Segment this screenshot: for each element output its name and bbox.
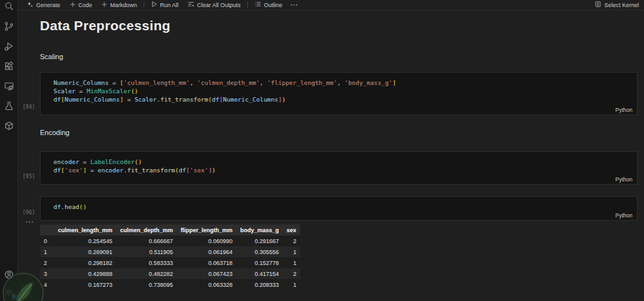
extensions-icon[interactable] xyxy=(4,61,14,71)
source-control-icon[interactable] xyxy=(4,21,14,32)
table-cell: 1 xyxy=(40,246,54,257)
table-cell: 2 xyxy=(283,268,300,279)
table-cell: 0.738095 xyxy=(117,279,177,290)
table-cell: 0.429888 xyxy=(54,268,117,279)
dataframe-output-table: culmen_length_mmculmen_depth_mmflipper_l… xyxy=(40,224,300,290)
table-column-header: sex xyxy=(283,224,300,235)
table-cell: 0.063328 xyxy=(177,279,237,290)
plus-icon xyxy=(70,1,76,9)
execution-count: [94] xyxy=(23,104,38,110)
table-column-header: culmen_length_mm xyxy=(54,224,117,235)
activity-bar: 1 xyxy=(0,0,18,301)
search-icon[interactable] xyxy=(4,1,14,12)
run-all-icon xyxy=(151,1,158,9)
output-more-actions[interactable]: ··· xyxy=(26,219,34,226)
code-line: df['sex'] = encoder.fit_transform(df['se… xyxy=(53,166,637,174)
generate-button[interactable]: Generate xyxy=(22,1,65,10)
code-cell-encoding[interactable]: [95] encoder = LabelEncoder()df['sex'] =… xyxy=(40,151,638,185)
execution-count: [95] xyxy=(23,174,38,179)
remote-explorer-icon[interactable] xyxy=(4,81,14,91)
code-cell-head[interactable]: [96] df.head() Python xyxy=(40,196,638,221)
clear-all-outputs-icon xyxy=(187,1,194,9)
code-line: encoder = LabelEncoder() xyxy=(53,158,637,166)
markdown-title: Data Preprocessing xyxy=(40,18,171,33)
plus-icon xyxy=(101,1,108,9)
add-markdown-cell-button[interactable]: Markdown xyxy=(97,1,142,10)
add-code-cell-button[interactable]: Code xyxy=(65,1,97,10)
table-cell: 2 xyxy=(40,257,54,268)
kernel-icon xyxy=(594,1,601,9)
table-cell: 0.583333 xyxy=(117,257,177,268)
table-cell: 0.208333 xyxy=(236,279,283,290)
notebook-editor: Data Preprocessing Scaling [94] Numeric_… xyxy=(18,10,644,301)
cell-language-picker[interactable]: Python xyxy=(616,212,632,219)
execution-count: [96] xyxy=(23,210,38,215)
account-icon[interactable] xyxy=(4,269,14,280)
markdown-heading-encoding: Encoding xyxy=(40,129,70,136)
toolbar-separator xyxy=(247,2,248,8)
code-line: Scaler = MinMaxScaler() xyxy=(53,87,637,95)
settings-gear-icon[interactable]: 1 xyxy=(4,287,14,297)
table-cell: 1 xyxy=(283,246,300,257)
notebook-toolbar: Generate Code Markdown Run All Clear All… xyxy=(18,0,644,10)
table-cell: 0.061964 xyxy=(177,246,237,257)
table-row: 40.1672730.7380950.0633280.2083331 xyxy=(40,279,300,290)
table-column-header: culmen_depth_mm xyxy=(117,224,177,235)
table-cell: 0.152778 xyxy=(236,257,283,268)
table-cell: 0.167273 xyxy=(54,279,117,290)
code-line: df[Numeric_Columns] = Scaler.fit_transfo… xyxy=(53,95,637,104)
table-row: 20.2981820.5833330.0637180.1527781 xyxy=(40,257,300,268)
table-row: 30.4298880.4822820.0674230.4171542 xyxy=(40,268,300,279)
table-cell: 0.511905 xyxy=(117,246,177,257)
testing-beaker-icon[interactable] xyxy=(4,101,14,111)
table-cell: 1 xyxy=(283,279,300,290)
cell-language-picker[interactable]: Python xyxy=(616,107,632,113)
code-line: df.head() xyxy=(53,203,637,211)
table-cell: 0.417154 xyxy=(236,268,283,279)
table-cell: 3 xyxy=(40,268,54,279)
table-cell: 0.305556 xyxy=(236,246,283,257)
table-row: 00.2545450.6666670.0609900.2916672 xyxy=(40,235,300,246)
code-line: Numeric_Columns = ['culmen_length_mm', '… xyxy=(53,78,637,87)
run-all-button[interactable]: Run All xyxy=(146,1,184,10)
code-editor[interactable]: encoder = LabelEncoder()df['sex'] = enco… xyxy=(53,158,637,174)
outline-list-icon xyxy=(254,1,261,9)
outline-button[interactable]: Outline xyxy=(250,1,287,10)
table-cell: 0.254545 xyxy=(54,235,117,246)
markdown-heading-scaling: Scaling xyxy=(40,53,63,60)
sparkle-icon xyxy=(26,1,33,9)
select-kernel-button[interactable]: Select Kernel xyxy=(590,1,640,10)
run-and-debug-icon[interactable] xyxy=(4,41,14,51)
more-actions-button[interactable]: ··· xyxy=(287,2,302,8)
table-cell: 4 xyxy=(40,279,54,290)
clear-all-outputs-button[interactable]: Clear All Outputs xyxy=(183,1,245,10)
table-cell: 0.269091 xyxy=(54,246,117,257)
table-cell: 0.298182 xyxy=(54,257,117,268)
table-cell: 0.060990 xyxy=(177,235,237,246)
table-cell: 1 xyxy=(283,257,300,268)
table-row: 10.2690910.5119050.0619640.3055561 xyxy=(40,246,300,257)
code-cell-scaling[interactable]: [94] Numeric_Columns = ['culmen_length_m… xyxy=(40,72,638,115)
cell-language-picker[interactable]: Python xyxy=(616,176,632,183)
table-cell: 0 xyxy=(40,235,54,246)
table-cell: 0.291667 xyxy=(236,235,283,246)
table-cell: 0.063718 xyxy=(177,257,237,268)
table-column-header: body_mass_g xyxy=(236,224,283,235)
table-column-header xyxy=(40,224,54,235)
table-column-header: flipper_length_mm xyxy=(177,224,237,235)
code-editor[interactable]: Numeric_Columns = ['culmen_length_mm', '… xyxy=(53,78,637,104)
table-cell: 0.482282 xyxy=(117,268,177,279)
settings-badge: 1 xyxy=(11,293,17,300)
toolbar-separator xyxy=(144,2,144,8)
table-cell: 0.067423 xyxy=(177,268,237,279)
code-editor[interactable]: df.head() xyxy=(53,203,637,211)
table-cell: 2 xyxy=(283,235,300,246)
package-cube-icon[interactable] xyxy=(4,121,14,131)
table-cell: 0.666667 xyxy=(117,235,177,246)
table-header-row: culmen_length_mmculmen_depth_mmflipper_l… xyxy=(40,224,300,235)
